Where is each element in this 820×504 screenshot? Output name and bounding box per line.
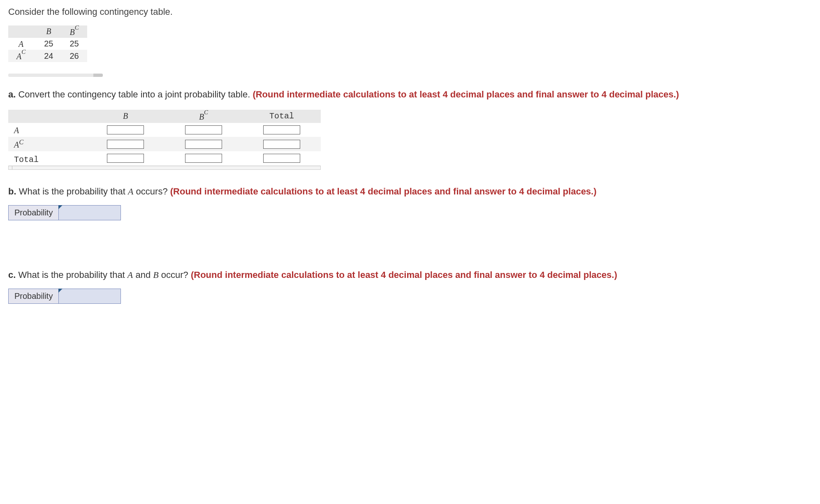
ct-cell-ac-b: 24 [36,50,61,62]
jp-ac-bc-input[interactable] [185,140,222,149]
question-c: c. What is the probability that A and B … [8,270,812,304]
ct-row-a: A [8,38,36,50]
jp-a-total-input[interactable] [263,125,300,134]
jp-a-bc-input[interactable] [185,125,222,134]
ct-scrollbar[interactable] [8,74,103,77]
jp-col-bc: BC [164,110,243,123]
jp-ac-total-input[interactable] [263,140,300,149]
question-b: b. What is the probability that A occurs… [8,186,812,220]
edit-pointer-icon [58,205,63,209]
q-c-note: (Round intermediate calculations to at l… [191,270,617,280]
jp-a-b-input[interactable] [107,125,144,134]
jp-ac-b-input[interactable] [107,140,144,149]
contingency-table: B BC A 25 25 AC 24 26 [8,25,87,62]
q-c-var-b: B [153,270,158,280]
question-a: a. Convert the contingency table into a … [8,89,812,170]
q-b-note: (Round intermediate calculations to at l… [170,186,597,197]
jp-total-b-input[interactable] [107,154,144,163]
ct-cell-a-bc: 25 [61,38,87,50]
q-c-text1: What is the probability that [18,270,127,280]
jp-total-bc-input[interactable] [185,154,222,163]
jp-row-ac-label: AC [8,137,86,151]
jp-row-total-label: Total [8,151,86,166]
prob-box-c: Probability [8,289,121,304]
q-a-text: Convert the contingency table into a joi… [18,89,252,99]
jp-col-b: B [86,110,164,123]
jp-row-a-label: A [8,123,86,137]
q-c-text2: occur? [159,270,191,280]
jp-total-total-input[interactable] [263,154,300,163]
ct-col-bc: BC [61,25,87,38]
jp-col0 [8,110,86,123]
ct-cell-a-b: 25 [36,38,61,50]
q-c-label: c. [8,270,16,280]
prob-c-label: Probability [9,289,59,303]
jp-scrollbar[interactable] [8,166,321,170]
prob-b-input[interactable] [59,206,120,220]
ct-col-blank [8,25,36,38]
q-a-label: a. [8,89,16,99]
q-c-mid: and [133,270,153,280]
q-b-text2: occurs? [134,186,170,197]
jp-col-total: Total [243,110,321,123]
q-a-note: (Round intermediate calculations to at l… [252,89,679,99]
q-b-var-a: A [128,186,133,197]
q-b-text1: What is the probability that [19,186,128,197]
intro-text: Consider the following contingency table… [8,7,812,17]
ct-col-b: B [36,25,61,38]
ct-cell-ac-bc: 26 [61,50,87,62]
prob-b-label: Probability [9,206,59,220]
q-c-var-a: A [127,270,133,280]
edit-pointer-icon [58,289,63,293]
prob-box-b: Probability [8,205,121,220]
ct-row-ac: AC [8,50,36,62]
q-b-label: b. [8,186,16,197]
prob-c-input[interactable] [59,289,120,303]
joint-prob-table: B BC Total A AC Total [8,110,321,166]
